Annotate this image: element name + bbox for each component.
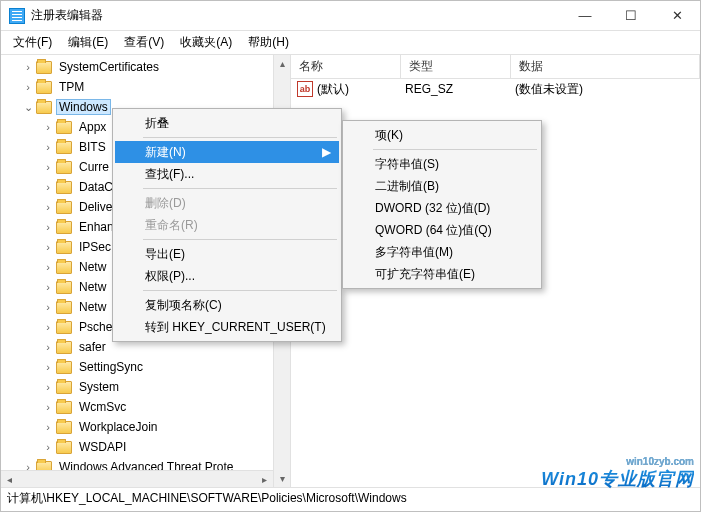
menu-fav[interactable]: 收藏夹(A) bbox=[172, 32, 240, 54]
folder-icon bbox=[36, 101, 52, 114]
scroll-down-icon[interactable]: ▾ bbox=[274, 470, 291, 487]
folder-icon bbox=[56, 361, 72, 374]
tree-label: WcmSvc bbox=[76, 400, 129, 414]
string-value-icon: ab bbox=[297, 81, 313, 97]
ctx-new-key[interactable]: 项(K) bbox=[345, 124, 539, 146]
tree-toggle-icon[interactable]: › bbox=[41, 241, 55, 253]
tree-item[interactable]: ›WorkplaceJoin bbox=[1, 417, 290, 437]
tree-toggle-icon[interactable]: › bbox=[41, 321, 55, 333]
menu-view[interactable]: 查看(V) bbox=[116, 32, 172, 54]
folder-icon bbox=[56, 321, 72, 334]
tree-label: TPM bbox=[56, 80, 87, 94]
folder-icon bbox=[56, 421, 72, 434]
tree-label: IPSec bbox=[76, 240, 114, 254]
folder-icon bbox=[36, 81, 52, 94]
ctx-new-binary[interactable]: 二进制值(B) bbox=[345, 175, 539, 197]
tree-toggle-icon[interactable]: › bbox=[41, 281, 55, 293]
col-name[interactable]: 名称 bbox=[291, 55, 401, 78]
tree-toggle-icon[interactable]: › bbox=[41, 381, 55, 393]
folder-icon bbox=[56, 281, 72, 294]
ctx-new-expand[interactable]: 可扩充字符串值(E) bbox=[345, 263, 539, 285]
tree-item[interactable]: ›TPM bbox=[1, 77, 290, 97]
tree-toggle-icon[interactable]: › bbox=[41, 201, 55, 213]
tree-toggle-icon[interactable]: ⌄ bbox=[21, 101, 35, 114]
tree-toggle-icon[interactable]: › bbox=[41, 141, 55, 153]
list-header[interactable]: 名称 类型 数据 bbox=[291, 55, 700, 79]
folder-icon bbox=[56, 181, 72, 194]
tree-toggle-icon[interactable]: › bbox=[41, 441, 55, 453]
tree-toggle-icon[interactable]: › bbox=[21, 81, 35, 93]
tree-label: Netw bbox=[76, 280, 109, 294]
menu-edit[interactable]: 编辑(E) bbox=[60, 32, 116, 54]
tree-label: DataC bbox=[76, 180, 116, 194]
folder-icon bbox=[56, 381, 72, 394]
tree-item[interactable]: ›WSDAPI bbox=[1, 437, 290, 457]
scroll-up-icon[interactable]: ▴ bbox=[274, 55, 291, 72]
tree-toggle-icon[interactable]: › bbox=[41, 301, 55, 313]
ctx-new[interactable]: 新建(N) ▶ bbox=[115, 141, 339, 163]
scroll-left-icon[interactable]: ◂ bbox=[1, 471, 18, 488]
folder-icon bbox=[56, 141, 72, 154]
context-submenu-new: 项(K) 字符串值(S) 二进制值(B) DWORD (32 位)值(D) QW… bbox=[342, 120, 542, 289]
maximize-button[interactable]: ☐ bbox=[608, 1, 654, 30]
tree-label: BITS bbox=[76, 140, 109, 154]
tree-toggle-icon[interactable]: › bbox=[21, 61, 35, 73]
ctx-perm[interactable]: 权限(P)... bbox=[115, 265, 339, 287]
tree-label: Psche bbox=[76, 320, 115, 334]
menu-file[interactable]: 文件(F) bbox=[5, 32, 60, 54]
tree-toggle-icon[interactable]: › bbox=[41, 421, 55, 433]
tree-label: Netw bbox=[76, 260, 109, 274]
tree-toggle-icon[interactable]: › bbox=[41, 401, 55, 413]
tree-toggle-icon[interactable]: › bbox=[41, 181, 55, 193]
tree-toggle-icon[interactable]: › bbox=[41, 361, 55, 373]
folder-icon bbox=[56, 241, 72, 254]
tree-label: System bbox=[76, 380, 122, 394]
tree-item[interactable]: ›SystemCertificates bbox=[1, 57, 290, 77]
cell-type: REG_SZ bbox=[405, 82, 515, 96]
close-button[interactable]: ✕ bbox=[654, 1, 700, 30]
ctx-copykey[interactable]: 复制项名称(C) bbox=[115, 294, 339, 316]
tree-label: Netw bbox=[76, 300, 109, 314]
folder-icon bbox=[36, 61, 52, 74]
tree-toggle-icon[interactable]: › bbox=[41, 341, 55, 353]
list-row[interactable]: ab (默认) REG_SZ (数值未设置) bbox=[291, 79, 700, 99]
ctx-new-multi[interactable]: 多字符串值(M) bbox=[345, 241, 539, 263]
tree-label: Delive bbox=[76, 200, 115, 214]
cell-name: (默认) bbox=[317, 81, 405, 98]
tree-toggle-icon[interactable]: › bbox=[41, 121, 55, 133]
tree-label: SettingSync bbox=[76, 360, 146, 374]
ctx-new-string[interactable]: 字符串值(S) bbox=[345, 153, 539, 175]
tree-item[interactable]: ›System bbox=[1, 377, 290, 397]
ctx-delete: 删除(D) bbox=[115, 192, 339, 214]
cell-data: (数值未设置) bbox=[515, 81, 583, 98]
scroll-right-icon[interactable]: ▸ bbox=[256, 471, 273, 488]
window-title: 注册表编辑器 bbox=[31, 7, 562, 24]
folder-icon bbox=[56, 301, 72, 314]
folder-icon bbox=[56, 341, 72, 354]
tree-label: Curre bbox=[76, 160, 112, 174]
submenu-arrow-icon: ▶ bbox=[322, 145, 331, 159]
tree-toggle-icon[interactable]: › bbox=[41, 161, 55, 173]
col-data[interactable]: 数据 bbox=[511, 55, 700, 78]
menu-help[interactable]: 帮助(H) bbox=[240, 32, 297, 54]
tree-label: safer bbox=[76, 340, 109, 354]
ctx-find[interactable]: 查找(F)... bbox=[115, 163, 339, 185]
ctx-new-dword[interactable]: DWORD (32 位)值(D) bbox=[345, 197, 539, 219]
ctx-goto[interactable]: 转到 HKEY_CURRENT_USER(T) bbox=[115, 316, 339, 338]
tree-toggle-icon[interactable]: › bbox=[41, 221, 55, 233]
tree-item[interactable]: ›SettingSync bbox=[1, 357, 290, 377]
minimize-button[interactable]: — bbox=[562, 1, 608, 30]
col-type[interactable]: 类型 bbox=[401, 55, 511, 78]
ctx-export[interactable]: 导出(E) bbox=[115, 243, 339, 265]
ctx-collapse[interactable]: 折叠 bbox=[115, 112, 339, 134]
ctx-new-qword[interactable]: QWORD (64 位)值(Q) bbox=[345, 219, 539, 241]
tree-hscroll[interactable]: ◂ ▸ bbox=[1, 470, 273, 487]
tree-label: WorkplaceJoin bbox=[76, 420, 160, 434]
status-path: 计算机\HKEY_LOCAL_MACHINE\SOFTWARE\Policies… bbox=[7, 490, 407, 507]
tree-label: SystemCertificates bbox=[56, 60, 162, 74]
tree-toggle-icon[interactable]: › bbox=[41, 261, 55, 273]
folder-icon bbox=[56, 441, 72, 454]
tree-item[interactable]: ›WcmSvc bbox=[1, 397, 290, 417]
folder-icon bbox=[56, 121, 72, 134]
menu-bar: 文件(F) 编辑(E) 查看(V) 收藏夹(A) 帮助(H) bbox=[1, 31, 700, 55]
